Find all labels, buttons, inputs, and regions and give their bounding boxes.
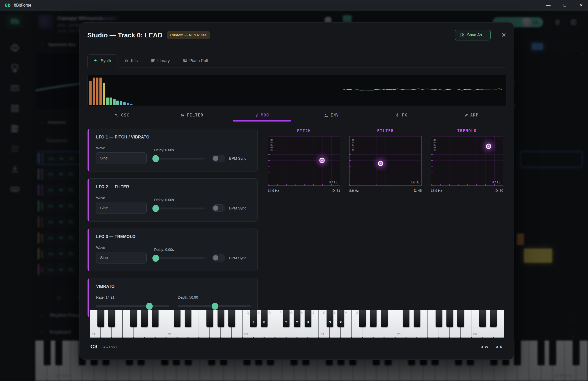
black-key[interactable] bbox=[108, 310, 115, 327]
black-key[interactable]: U bbox=[305, 310, 311, 327]
key-shortcut-label: F bbox=[280, 311, 281, 315]
pad-depth-value: D: 80 bbox=[495, 189, 503, 193]
black-key[interactable]: Y bbox=[294, 310, 300, 327]
delay-slider[interactable] bbox=[154, 255, 205, 261]
save-as-button[interactable]: Save As... bbox=[455, 30, 491, 40]
lfo-card-title: LFO 1 — PITCH / VIBRATO bbox=[96, 135, 251, 139]
wave-select[interactable]: Sine bbox=[96, 252, 147, 264]
black-key[interactable] bbox=[403, 310, 409, 327]
black-key[interactable]: P bbox=[337, 310, 344, 327]
tremolo-xy-pad[interactable]: DEPTH RATE + bbox=[431, 136, 503, 186]
slider-knob[interactable] bbox=[146, 303, 153, 310]
spectrum-bar bbox=[96, 78, 98, 105]
black-key[interactable] bbox=[174, 310, 180, 327]
black-key[interactable] bbox=[185, 310, 191, 327]
subtab-mod[interactable]: MOD bbox=[227, 111, 297, 126]
black-key[interactable]: Z bbox=[250, 310, 257, 327]
slider-knob[interactable] bbox=[152, 255, 159, 262]
tab-library[interactable]: Library bbox=[144, 54, 176, 67]
pad-puck[interactable]: + bbox=[319, 158, 325, 163]
octave-marker: C4 bbox=[320, 333, 324, 336]
close-modal-icon[interactable]: ✕ bbox=[501, 32, 506, 39]
bpm-sync-label: BPM Sync bbox=[229, 256, 246, 260]
pad-center-line bbox=[431, 161, 503, 161]
mod-panel: LFO 1 — PITCH / VIBRATO Wave Sine Delay:… bbox=[87, 129, 507, 317]
key-shortcut-label: L bbox=[334, 311, 336, 315]
delay-slider[interactable] bbox=[154, 155, 205, 162]
vibrato-card-title: VIBRATO bbox=[96, 284, 251, 289]
pad-puck[interactable]: + bbox=[486, 144, 491, 149]
pad-y-axis-label: DEPTH bbox=[270, 138, 273, 151]
depth-field: Depth: 50.90 bbox=[178, 295, 251, 309]
library-icon bbox=[151, 58, 155, 63]
black-key[interactable] bbox=[206, 310, 213, 327]
spectrum-bar bbox=[116, 101, 119, 105]
tab-kits[interactable]: Kits bbox=[118, 54, 144, 67]
depth-slider[interactable] bbox=[178, 303, 251, 309]
black-key[interactable] bbox=[130, 310, 137, 327]
wave-label: Wave bbox=[96, 146, 147, 150]
slider-track bbox=[96, 305, 169, 307]
slider-knob[interactable] bbox=[212, 303, 218, 310]
black-key[interactable] bbox=[446, 310, 453, 327]
tab-label: Library bbox=[157, 59, 170, 63]
close-window-icon[interactable]: ✕ bbox=[579, 3, 583, 8]
black-key[interactable] bbox=[97, 310, 104, 327]
bpm-sync-toggle[interactable] bbox=[212, 155, 225, 162]
delay-slider[interactable] bbox=[154, 205, 205, 212]
modal-piano: C1C2QC3SDFGHJKC4LMÙC5C6ZETYUOP bbox=[90, 310, 504, 338]
rate-slider[interactable] bbox=[96, 303, 169, 309]
maximize-icon[interactable]: □ bbox=[564, 3, 566, 8]
wave-select[interactable]: Sine bbox=[96, 202, 147, 214]
octave-up-button[interactable]: X ► bbox=[496, 345, 503, 349]
bpm-sync-toggle[interactable] bbox=[212, 254, 225, 261]
subtab-arp[interactable]: ARP bbox=[436, 111, 506, 126]
black-key[interactable] bbox=[490, 310, 497, 327]
arp-icon bbox=[464, 113, 468, 118]
modal-footer: C3 OCTAVE ◄ W X ► bbox=[90, 341, 503, 352]
spectrum-bar bbox=[127, 103, 129, 105]
slider-knob[interactable] bbox=[152, 205, 159, 212]
key-shortcut-label: J bbox=[312, 311, 314, 315]
slider-track bbox=[154, 158, 205, 160]
black-key[interactable] bbox=[381, 310, 388, 327]
black-key[interactable] bbox=[152, 310, 158, 327]
black-key[interactable] bbox=[359, 310, 366, 327]
octave-down-button[interactable]: ◄ W bbox=[480, 345, 488, 349]
subtab-osc[interactable]: OSC bbox=[87, 111, 157, 126]
card-accent-bar bbox=[88, 228, 89, 271]
black-key[interactable]: T bbox=[283, 310, 289, 327]
tab-piano-roll[interactable]: Piano Roll bbox=[176, 54, 215, 67]
wave-select[interactable]: Sine bbox=[96, 152, 147, 164]
black-key[interactable]: E bbox=[261, 310, 268, 327]
key-shortcut-label: Q bbox=[247, 311, 249, 315]
black-key[interactable] bbox=[141, 310, 148, 327]
pad-x-axis-label: RATE bbox=[492, 181, 501, 184]
black-key[interactable] bbox=[457, 310, 464, 327]
app-title: 8BitForge bbox=[14, 3, 31, 8]
subtab-env[interactable]: ENV bbox=[297, 111, 367, 126]
subtab-filter[interactable]: FILTER bbox=[157, 111, 227, 126]
subtab-label: OSC bbox=[121, 113, 129, 117]
black-key[interactable] bbox=[414, 310, 420, 327]
tab-label: Synth bbox=[101, 59, 111, 63]
subtab-fx[interactable]: FX bbox=[367, 111, 437, 126]
black-key[interactable] bbox=[436, 310, 442, 327]
black-key[interactable] bbox=[479, 310, 486, 327]
oscilloscope-wave bbox=[341, 75, 504, 106]
spectrum-bar bbox=[130, 104, 132, 105]
slider-knob[interactable] bbox=[152, 155, 159, 162]
black-key[interactable] bbox=[218, 310, 224, 327]
key-shortcut-label: K bbox=[323, 311, 325, 315]
black-key[interactable] bbox=[370, 310, 377, 327]
black-key[interactable]: O bbox=[327, 310, 333, 327]
black-key[interactable] bbox=[228, 310, 235, 327]
tab-synth[interactable]: Synth bbox=[87, 54, 118, 67]
minimize-icon[interactable]: — bbox=[546, 3, 550, 8]
bpm-sync-toggle[interactable] bbox=[212, 204, 225, 212]
key-shortcut-label: M bbox=[345, 311, 347, 315]
pad-puck[interactable]: + bbox=[378, 161, 383, 166]
filter-xy-pad[interactable]: DEPTH RATE + bbox=[349, 136, 422, 186]
pitch-xy-pad[interactable]: DEPTH RATE + bbox=[268, 136, 340, 186]
osc-icon bbox=[115, 113, 119, 118]
